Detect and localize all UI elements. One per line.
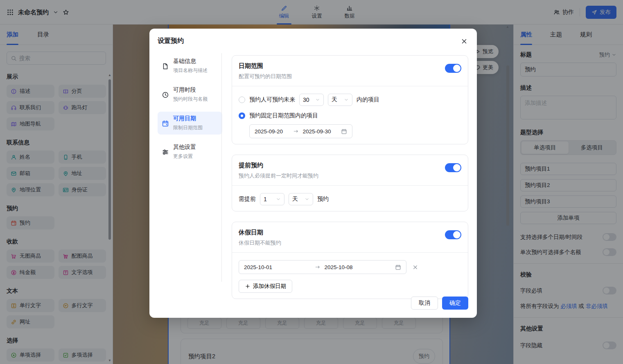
x-icon — [412, 264, 418, 270]
advance-title: 提前预约 — [239, 162, 461, 169]
future-days-option: 预约人可预约未来 30 天 内的项目 — [239, 94, 461, 106]
modal-nav-available-dates[interactable]: 可用日期限制日期范围 — [158, 112, 222, 135]
fixed-range-radio[interactable] — [239, 112, 245, 119]
holiday-card: 休假日期 休假日期不能预约 2025-10-01 2025-10-08 — [232, 222, 468, 299]
arrow-right-icon — [293, 128, 299, 134]
start-date[interactable]: 2025-09-20 — [255, 128, 289, 135]
plus-icon — [245, 283, 251, 289]
date-range-title: 日期范围 — [239, 62, 461, 70]
advance-toggle[interactable] — [445, 163, 461, 172]
calendar-icon[interactable] — [341, 128, 347, 135]
remove-holiday-button[interactable] — [412, 264, 418, 270]
date-range-toggle[interactable] — [445, 64, 461, 73]
advance-row: 需提前 1 天 预约 — [239, 193, 461, 205]
advance-subtitle: 预约人必须提前一定时间才能预约 — [239, 172, 461, 180]
chevron-down-icon — [315, 97, 320, 102]
end-date[interactable]: 2025-09-30 — [303, 128, 337, 135]
holiday-title: 休假日期 — [239, 229, 461, 236]
cancel-button[interactable]: 取消 — [411, 297, 438, 310]
modal-title: 设置预约 — [158, 37, 184, 45]
chevron-down-icon — [276, 197, 281, 202]
sliders-icon — [162, 148, 169, 156]
future-count-select[interactable]: 30 — [299, 94, 324, 106]
booking-settings-modal: 设置预约 基础信息项目名称与描述 可用时段预约时段与名额 可用日期限制日期范围 … — [149, 29, 477, 318]
future-days-radio[interactable] — [239, 97, 245, 103]
date-range-subtitle: 配置可预约的日期范围 — [239, 73, 461, 80]
clock-icon — [162, 91, 169, 99]
modal-nav-other-settings[interactable]: 其他设置更多设置 — [158, 140, 222, 163]
modal-nav-time-slots[interactable]: 可用时段预约时段与名额 — [158, 83, 222, 106]
holiday-date-range-input[interactable]: 2025-10-01 2025-10-08 — [239, 260, 406, 274]
confirm-button[interactable]: 确定 — [442, 297, 468, 310]
advance-unit-select[interactable]: 天 — [289, 193, 313, 205]
modal-content: 日期范围 配置可预约的日期范围 预约人可预约未来 30 天 — [232, 55, 468, 309]
holiday-start-date[interactable]: 2025-10-01 — [244, 264, 311, 270]
fixed-date-range-input[interactable]: 2025-09-20 2025-09-30 — [249, 124, 352, 138]
date-range-card: 日期范围 配置可预约的日期范围 预约人可预约未来 30 天 — [232, 55, 468, 144]
holiday-subtitle: 休假日期不能预约 — [239, 239, 461, 247]
add-holiday-button[interactable]: 添加休假日期 — [239, 280, 292, 293]
advance-count-select[interactable]: 1 — [260, 193, 284, 205]
future-unit-select[interactable]: 天 — [328, 94, 352, 106]
chevron-down-icon — [344, 97, 349, 102]
close-icon[interactable] — [460, 38, 468, 45]
advance-booking-card: 提前预约 预约人必须提前一定时间才能预约 需提前 1 天 — [232, 155, 468, 211]
file-icon — [162, 63, 169, 70]
fixed-range-option: 预约固定日期范围内的项目 — [239, 112, 461, 119]
calendar-icon[interactable] — [395, 264, 401, 270]
modal-nav-divider — [221, 53, 222, 282]
calendar-clock-icon — [162, 120, 169, 127]
holiday-toggle[interactable] — [445, 230, 461, 239]
app-window: 未命名预约 编辑 设置 数据 协作 — [0, 0, 623, 364]
arrow-right-icon — [315, 264, 321, 270]
chevron-down-icon — [305, 197, 309, 202]
modal-nav: 基础信息项目名称与描述 可用时段预约时段与名额 可用日期限制日期范围 其他设置更… — [158, 54, 222, 169]
modal-nav-basic-info[interactable]: 基础信息项目名称与描述 — [158, 54, 222, 77]
holiday-end-date[interactable]: 2025-10-08 — [325, 264, 391, 270]
